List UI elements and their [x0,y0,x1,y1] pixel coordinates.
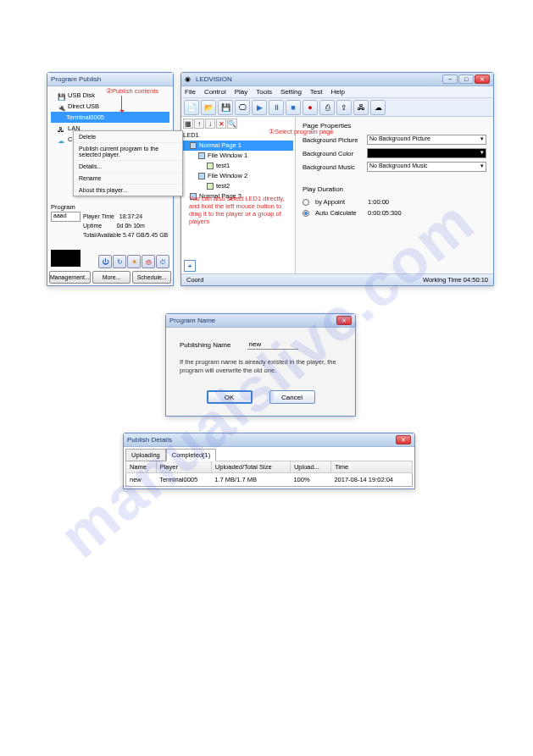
window-icon [198,152,205,159]
pt-label: Player Time [83,213,114,219]
schedule-button[interactable]: Schedule... [132,271,171,284]
bg-picture-select[interactable]: No Background Picture [367,135,486,145]
context-menu: Delete Publish current program to the se… [73,130,183,196]
icon-btn-power[interactable]: ⏻ [98,255,112,268]
cancel-button[interactable]: Cancel [269,390,315,404]
more-button[interactable]: More... [92,271,131,284]
tree-win1[interactable]: File Window 1 [183,151,293,161]
minimize-button[interactable]: − [442,74,458,84]
program-info: Player Time 18:37:24 Uptime 0d 0h 10m To… [83,212,169,240]
mini-delete-icon[interactable]: ✕ [216,119,226,129]
bg-color-label: Background Color [303,150,364,157]
th-upload[interactable]: Upload... [290,461,330,473]
tree-label: Terminal0005 [66,112,104,123]
tot-value: 5.47 GB/5.45 GB [123,232,168,238]
dialog-close-button[interactable]: ✕ [336,316,352,325]
icon-btn-brightness[interactable]: ☀ [127,255,141,268]
maximize-button[interactable]: □ [458,74,474,84]
menu-file[interactable]: File [185,88,196,96]
bg-color-select[interactable] [367,148,486,158]
tree-test1[interactable]: test1 [183,161,293,171]
tree-page3[interactable]: Normal Page 3 [183,191,293,201]
ctx-delete[interactable]: Delete [74,131,182,143]
menu-tools[interactable]: Tools [256,88,272,96]
table-row[interactable]: new Terminal0005 1.7 MB/1.7 MB 100% 2017… [126,473,413,487]
tree-led1[interactable]: LED1 [183,130,293,141]
pt-value: 18:37:24 [119,213,142,219]
tree-label: File Window 2 [208,171,247,181]
ctx-about[interactable]: About this player... [74,185,182,196]
app-icon: ◉ [185,75,193,84]
mini-up-icon[interactable]: ↑ [194,119,204,129]
menu-test[interactable]: Test [310,88,323,96]
th-size[interactable]: Uploaded/Total Size [211,461,290,473]
dialog-note: If the program name is already existed i… [180,358,341,375]
td-player: Terminal0005 [156,473,211,487]
tree-test2[interactable]: test2 [183,181,293,191]
tb-record-icon[interactable]: ● [303,100,318,115]
statusbar: Coord Working Time 04:50:10 [181,273,493,285]
tb-open-icon[interactable]: 📂 [201,100,216,115]
icon-btn-time[interactable]: ⏱ [156,255,169,268]
cloud-icon: ☁ [58,135,65,143]
icon-btn-target[interactable]: ◎ [142,255,155,268]
management-button[interactable]: Management... [49,271,91,284]
program-tree: LED1 Normal Page 1 File Window 1 test1 F… [183,130,293,201]
tree-usb-disk[interactable]: 💾USB Disk [51,90,169,101]
lan-icon: 🖧 [58,124,65,132]
ctx-details[interactable]: Details... [74,161,182,173]
publish-title: Program Publish [51,75,169,83]
ok-button[interactable]: OK [207,390,253,404]
arrow-icon [121,96,122,113]
tree-win2[interactable]: File Window 2 [183,171,293,181]
tb-screen-icon[interactable]: 🖵 [235,100,250,115]
th-player[interactable]: Player [156,461,211,473]
bg-music-label: Background Music [303,163,364,171]
tree-terminal-selected[interactable]: Terminal0005 [51,112,169,123]
ledvision-window: ◉ LEDVISION − □ ✕ File Control Play Tool… [180,72,494,286]
close-button[interactable]: ✕ [475,74,490,84]
program-name-dialog: Program Name ✕ Publishing Name If the pr… [165,313,356,417]
ledvision-body: ▦ ↑ ↓ ✕ 🔍 LED1 Normal Page 1 File Window… [181,117,493,273]
program-dropdown[interactable]: aaad [51,212,81,222]
th-time[interactable]: Time [330,461,412,473]
tree-label: test1 [216,161,230,171]
radio-appoint[interactable] [303,199,309,206]
tb-cloud-icon[interactable]: ☁ [370,100,386,115]
page-icon [190,193,197,200]
add-button[interactable]: + [184,260,196,272]
menu-control[interactable]: Control [204,88,226,96]
details-close-button[interactable]: ✕ [396,435,411,444]
tb-network-icon[interactable]: 🖧 [353,100,369,115]
menu-setting[interactable]: Setting [280,88,302,96]
wt-label: Working Time [423,276,462,284]
mini-down-icon[interactable]: ↓ [205,119,215,129]
th-name[interactable]: Name [126,461,157,473]
tree-page1-selected[interactable]: Normal Page 1 [183,141,293,151]
mini-page-icon[interactable]: ▦ [183,119,193,129]
tb-export-icon[interactable]: ⎙ [319,100,335,115]
program-publish-window: Program Publish 💾USB Disk 🔌Direct USB Te… [47,72,174,286]
tb-play-icon[interactable]: ▶ [252,100,267,115]
mini-search-icon[interactable]: 🔍 [227,119,237,129]
tb-pause-icon[interactable]: ⏸ [269,100,284,115]
radio-auto[interactable] [303,210,309,217]
tab-completed[interactable]: Completed(1) [166,449,216,461]
ledvision-left-panel: ▦ ↑ ↓ ✕ 🔍 LED1 Normal Page 1 File Window… [181,117,296,273]
tb-new-icon[interactable]: 📄 [184,100,199,115]
tb-publish-icon[interactable]: ⇪ [336,100,352,115]
details-titlebar: Publish Details ✕ [124,433,414,447]
icon-btn-refresh[interactable]: ↻ [113,255,126,268]
menu-help[interactable]: Help [331,88,345,96]
publishing-name-input[interactable] [247,339,298,350]
ctx-rename[interactable]: Rename [74,173,182,185]
auto-value: 0:00:05:300 [368,209,402,217]
tab-uploading[interactable]: Uploading [125,449,166,461]
ctx-publish[interactable]: Publish current program to the selected … [74,143,182,161]
tree-direct-usb[interactable]: 🔌Direct USB [51,101,169,112]
bg-music-select[interactable]: No Background Music [367,162,486,172]
tb-save-icon[interactable]: 💾 [218,100,233,115]
menu-play[interactable]: Play [235,88,248,96]
tb-stop-icon[interactable]: ■ [286,100,301,115]
tree-label: USB Disk [68,90,95,101]
